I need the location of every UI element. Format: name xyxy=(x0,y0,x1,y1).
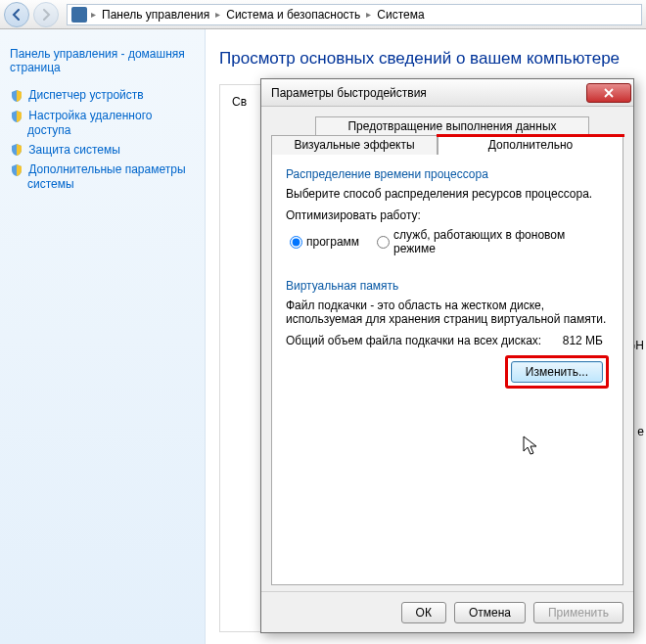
breadcrumb[interactable]: ▸ Панель управления ▸ Система и безопасн… xyxy=(67,4,642,25)
change-button[interactable]: Изменить... xyxy=(511,361,603,383)
virtual-memory-group: Виртуальная память Файл подкачки - это о… xyxy=(284,275,611,391)
dialog-title: Параметры быстродействия xyxy=(271,86,586,100)
cpu-scheduling-group: Распределение времени процессора Выберит… xyxy=(284,167,611,265)
radio-label: программ xyxy=(306,235,359,249)
page-title: Просмотр основных сведений о вашем компь… xyxy=(219,49,632,69)
tab-visual-effects[interactable]: Визуальные эффекты xyxy=(271,135,438,155)
group-description: Файл подкачки - это область на жестком д… xyxy=(286,299,609,326)
cursor-icon xyxy=(523,436,540,457)
address-bar: ▸ Панель управления ▸ Система и безопасн… xyxy=(0,0,646,29)
total-pagefile-label: Общий объем файла подкачки на всех диска… xyxy=(286,334,563,347)
dialog-titlebar[interactable]: Параметры быстродействия xyxy=(261,79,633,107)
sidebar-item-device-manager[interactable]: Диспетчер устройств xyxy=(27,88,195,103)
performance-options-dialog: Параметры быстродействия Предотвращение … xyxy=(260,78,634,633)
sidebar-item-label: Настройка удаленного доступа xyxy=(27,109,152,137)
tab-dep[interactable]: Предотвращение выполнения данных xyxy=(315,116,589,136)
radio-programs-input[interactable] xyxy=(290,236,302,249)
highlight-marker: Изменить... xyxy=(505,355,609,389)
sidebar-item-label: Защита системы xyxy=(28,143,119,157)
breadcrumb-item[interactable]: Система и безопасность xyxy=(222,6,364,23)
truncated-label: Св xyxy=(232,95,247,109)
shield-icon xyxy=(10,110,23,123)
shield-icon xyxy=(10,163,23,177)
group-title: Распределение времени процессора xyxy=(286,167,609,181)
chevron-right-icon: ▸ xyxy=(366,9,371,20)
back-button[interactable] xyxy=(4,2,29,27)
sidebar-item-system-protection[interactable]: Защита системы xyxy=(27,143,195,158)
ok-button[interactable]: ОК xyxy=(401,602,446,623)
highlight-marker xyxy=(437,134,624,137)
radio-background-services[interactable]: служб, работающих в фоновом режиме xyxy=(377,228,609,255)
radio-services-input[interactable] xyxy=(377,236,390,249)
breadcrumb-item[interactable]: Система xyxy=(373,6,428,23)
tab-advanced[interactable]: Дополнительно xyxy=(438,135,623,155)
sidebar-home-link[interactable]: Панель управления - домашняя страница xyxy=(10,47,195,74)
sidebar: Панель управления - домашняя страница Ди… xyxy=(0,29,206,644)
radio-programs[interactable]: программ xyxy=(290,235,359,249)
sidebar-item-label: Дополнительные параметры системы xyxy=(27,162,186,191)
shield-icon xyxy=(10,143,23,157)
close-button[interactable] xyxy=(586,83,631,103)
group-description: Выберите способ распределения ресурсов п… xyxy=(286,187,609,201)
sidebar-item-remote-settings[interactable]: Настройка удаленного доступа xyxy=(27,109,195,137)
dialog-footer: ОК Отмена Применить xyxy=(261,591,633,632)
obscured-text: e xyxy=(637,425,644,438)
apply-button[interactable]: Применить xyxy=(533,602,623,623)
breadcrumb-item[interactable]: Панель управления xyxy=(98,6,213,23)
sidebar-item-label: Диспетчер устройств xyxy=(28,88,143,102)
radio-label: служб, работающих в фоновом режиме xyxy=(393,228,609,255)
control-panel-icon xyxy=(71,7,87,23)
tab-strip: Предотвращение выполнения данных Визуаль… xyxy=(271,116,623,154)
group-title: Виртуальная память xyxy=(286,279,609,293)
optimize-label: Оптимизировать работу: xyxy=(286,208,609,222)
shield-icon xyxy=(10,89,23,103)
tab-panel-advanced: Распределение времени процессора Выберит… xyxy=(271,153,623,585)
forward-button[interactable] xyxy=(33,2,59,27)
total-pagefile-value: 812 МБ xyxy=(563,334,609,347)
cancel-button[interactable]: Отмена xyxy=(454,602,526,623)
chevron-right-icon: ▸ xyxy=(215,9,220,20)
sidebar-item-advanced-system[interactable]: Дополнительные параметры системы xyxy=(27,162,195,191)
chevron-right-icon: ▸ xyxy=(91,9,96,20)
